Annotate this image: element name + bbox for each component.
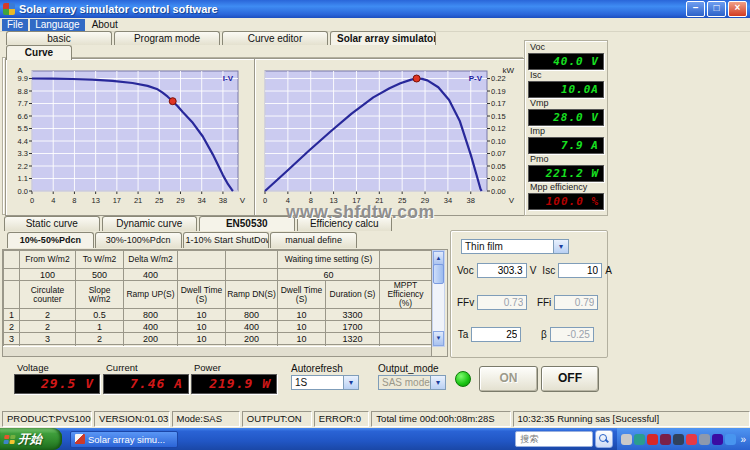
taskbar-search-input[interactable]: 搜索 xyxy=(515,431,593,447)
table-cell[interactable] xyxy=(380,321,432,333)
isc-input[interactable] xyxy=(558,263,602,278)
table-cell[interactable]: 1 xyxy=(76,321,124,333)
scrollbar-thumb[interactable] xyxy=(433,264,444,284)
table-cell[interactable]: 0.5 xyxy=(76,309,124,321)
menu-file[interactable]: File xyxy=(2,19,28,31)
tab-basic[interactable]: basic xyxy=(6,31,112,45)
table-cell[interactable]: 2 xyxy=(76,333,124,345)
table-header-cell xyxy=(4,281,20,309)
subtab-10-50-pdcn[interactable]: 10%-50%Pdcn xyxy=(7,232,94,248)
table-cell[interactable]: 1 xyxy=(4,309,20,321)
scroll-down-icon[interactable]: ▼ xyxy=(433,331,444,346)
autorefresh-select[interactable]: 1S ▾ xyxy=(291,375,359,390)
svg-text:A: A xyxy=(17,66,23,75)
chevron-down-icon[interactable]: ▾ xyxy=(343,376,358,389)
table-cell[interactable]: 200 xyxy=(124,333,178,345)
table-header-cell: Ramp UP(S) xyxy=(124,281,178,309)
start-button[interactable]: 开始 xyxy=(0,428,62,450)
tray-chevron-icon[interactable]: » xyxy=(740,434,746,445)
tab-program-mode[interactable]: Program mode xyxy=(114,31,220,45)
search-icon[interactable] xyxy=(595,430,613,448)
table-cell[interactable]: 10 xyxy=(178,309,226,321)
table-cell[interactable]: 3 xyxy=(4,333,20,345)
table-cell[interactable]: 2 xyxy=(20,309,76,321)
tray-icon[interactable] xyxy=(725,434,736,445)
taskbar-task-button[interactable]: Solar array simu... xyxy=(70,431,178,448)
table-cell[interactable]: 10 xyxy=(178,333,226,345)
off-button[interactable]: OFF xyxy=(541,366,599,392)
table-cell[interactable]: 400 xyxy=(124,321,178,333)
table-cell[interactable] xyxy=(178,269,226,281)
table-cell[interactable]: 10 xyxy=(178,321,226,333)
tab-curve-editor[interactable]: Curve editor xyxy=(222,31,328,45)
table-cell[interactable]: 10 xyxy=(278,309,326,321)
close-button[interactable]: × xyxy=(728,1,747,17)
subtab-30-100-pdcn[interactable]: 30%-100%Pdcn xyxy=(95,232,182,248)
table-cell[interactable]: 2 xyxy=(20,321,76,333)
table-cell[interactable]: 2 xyxy=(4,321,20,333)
table-vertical-scrollbar[interactable]: ▲ ▼ xyxy=(432,250,445,347)
table-cell[interactable] xyxy=(380,309,432,321)
table-cell[interactable]: 60 xyxy=(278,269,380,281)
table-cell[interactable]: 800 xyxy=(124,309,178,321)
table-cell[interactable] xyxy=(380,333,432,345)
maximize-button[interactable]: □ xyxy=(707,1,726,17)
ta-input[interactable] xyxy=(471,327,521,342)
beta-input[interactable] xyxy=(550,327,594,342)
table-cell[interactable]: 10 xyxy=(278,333,326,345)
tray-icon[interactable] xyxy=(673,434,684,445)
readout-voltage: Voltage29.5 V xyxy=(14,362,100,395)
svg-text:6.6: 6.6 xyxy=(18,112,28,121)
app-window: Solar array simulator control software –… xyxy=(0,0,750,450)
table-cell[interactable] xyxy=(4,269,20,281)
subtab-1-10-start-shutdown[interactable]: 1-10% Start ShutDown xyxy=(183,232,270,248)
on-button[interactable]: ON xyxy=(479,366,538,392)
chevron-down-icon[interactable]: ▾ xyxy=(430,376,445,389)
pv-chart-frame: 048131721252934380.220.190.170.150.120.1… xyxy=(254,58,526,216)
tab-en50530[interactable]: EN50530 xyxy=(199,216,295,231)
table-cell[interactable]: 1700 xyxy=(326,321,380,333)
svg-text:0: 0 xyxy=(30,196,34,205)
table-cell[interactable]: 400 xyxy=(226,321,278,333)
table-cell[interactable] xyxy=(380,269,432,281)
table-cell[interactable]: 100 xyxy=(20,269,76,281)
subtab-manual-define[interactable]: manual define xyxy=(270,232,357,248)
menu-about[interactable]: About xyxy=(87,19,123,31)
table-header-cell xyxy=(4,251,20,269)
task-app-icon xyxy=(75,434,85,444)
table-cell[interactable]: 3300 xyxy=(326,309,380,321)
table-cell[interactable]: 500 xyxy=(76,269,124,281)
ffv-input[interactable] xyxy=(477,295,527,310)
readout-led-value: 219.9 W xyxy=(191,374,277,394)
voc-input[interactable] xyxy=(477,263,527,278)
chevron-down-icon[interactable]: ▾ xyxy=(553,240,568,253)
tab-curve[interactable]: Curve xyxy=(6,45,72,60)
tray-icon[interactable] xyxy=(634,434,645,445)
table-cell[interactable]: 800 xyxy=(226,309,278,321)
table-cell[interactable] xyxy=(226,269,278,281)
table-row: 10050040060 xyxy=(4,269,432,281)
table-horizontal-scrollbar[interactable] xyxy=(3,346,431,356)
svg-text:0.15: 0.15 xyxy=(491,112,506,121)
minimize-button[interactable]: – xyxy=(686,1,705,17)
tab-solar-array-simulator[interactable]: Solar array simulator xyxy=(330,31,436,45)
ffi-input[interactable] xyxy=(554,295,598,310)
table-cell[interactable]: 200 xyxy=(226,333,278,345)
tab-static-curve[interactable]: Static curve xyxy=(4,216,100,231)
table-cell[interactable]: 10 xyxy=(278,321,326,333)
menu-language[interactable]: Language xyxy=(30,19,85,31)
svg-text:0.0: 0.0 xyxy=(18,187,28,196)
output-mode-select[interactable]: SAS mode ▾ xyxy=(378,375,446,390)
tray-icon[interactable] xyxy=(660,434,671,445)
tab-dynamic-curve[interactable]: Dynamic curve xyxy=(102,216,198,231)
table-cell[interactable]: 3 xyxy=(20,333,76,345)
table-cell[interactable]: 1320 xyxy=(326,333,380,345)
tray-icon[interactable] xyxy=(621,434,632,445)
table-cell[interactable]: 400 xyxy=(124,269,178,281)
tray-icon[interactable] xyxy=(699,434,710,445)
tray-icon[interactable] xyxy=(647,434,658,445)
tray-icon[interactable] xyxy=(712,434,723,445)
table-row: 33220010200101320 xyxy=(4,333,432,345)
technology-select[interactable]: Thin film ▾ xyxy=(461,239,569,254)
tray-icon[interactable] xyxy=(686,434,697,445)
